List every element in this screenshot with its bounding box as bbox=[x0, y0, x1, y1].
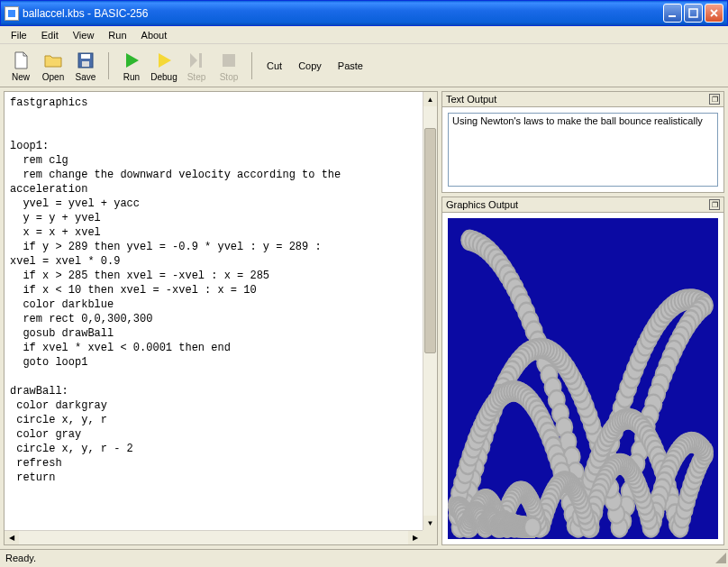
dock-button-icon[interactable]: ❐ bbox=[709, 94, 720, 105]
menu-edit[interactable]: Edit bbox=[34, 28, 66, 42]
file-new-icon bbox=[11, 50, 31, 70]
status-text: Ready. bbox=[5, 553, 36, 563]
scroll-up-arrow-icon[interactable]: ▲ bbox=[423, 92, 437, 106]
open-label: Open bbox=[42, 72, 64, 82]
step-button[interactable]: Step bbox=[181, 46, 212, 86]
titlebar: ballaccel.kbs - BASIC-256 bbox=[0, 0, 728, 26]
scroll-right-arrow-icon[interactable]: ▶ bbox=[408, 531, 423, 544]
cut-button[interactable]: Cut bbox=[259, 57, 289, 75]
step-icon bbox=[187, 50, 206, 70]
svg-rect-6 bbox=[199, 53, 202, 68]
resize-grip-icon[interactable] bbox=[715, 553, 726, 563]
toolbar-separator bbox=[251, 52, 252, 79]
save-button[interactable]: Save bbox=[70, 46, 101, 86]
play-icon bbox=[122, 50, 141, 70]
text-output-title: Text Output bbox=[446, 94, 496, 105]
open-button[interactable]: Open bbox=[38, 46, 68, 86]
menu-run[interactable]: Run bbox=[101, 28, 133, 42]
graphics-output-title: Graphics Output bbox=[446, 199, 518, 210]
new-button[interactable]: New bbox=[5, 46, 36, 86]
run-label: Run bbox=[123, 72, 140, 82]
scroll-down-arrow-icon[interactable]: ▼ bbox=[423, 516, 437, 530]
scroll-thumb[interactable] bbox=[424, 128, 436, 353]
floppy-save-icon bbox=[76, 50, 96, 70]
step-label: Step bbox=[187, 72, 206, 82]
app-icon bbox=[5, 6, 19, 21]
text-output-panel: Text Output ❐ Using Newton's laws to mak… bbox=[441, 91, 724, 193]
debug-button[interactable]: Debug bbox=[149, 46, 179, 86]
graphics-output-titlebar: Graphics Output ❐ bbox=[441, 197, 724, 212]
svg-rect-5 bbox=[82, 61, 89, 67]
svg-rect-4 bbox=[81, 54, 90, 59]
svg-rect-7 bbox=[223, 54, 235, 67]
svg-rect-2 bbox=[689, 9, 697, 17]
maximize-button[interactable] bbox=[684, 4, 703, 23]
new-label: New bbox=[12, 72, 30, 82]
menu-file[interactable]: File bbox=[4, 28, 34, 42]
copy-button[interactable]: Copy bbox=[291, 57, 329, 75]
main-area: fastgraphics loop1: rem clg rem change t… bbox=[0, 87, 728, 549]
right-column: Text Output ❐ Using Newton's laws to mak… bbox=[441, 91, 724, 545]
dock-button-icon[interactable]: ❐ bbox=[709, 199, 720, 210]
svg-rect-0 bbox=[8, 10, 15, 17]
code-editor[interactable]: fastgraphics loop1: rem clg rem change t… bbox=[5, 92, 437, 544]
statusbar: Ready. bbox=[0, 549, 728, 565]
run-button[interactable]: Run bbox=[116, 46, 147, 86]
vertical-scrollbar[interactable]: ▲ ▼ bbox=[423, 92, 437, 530]
stop-button[interactable]: Stop bbox=[214, 46, 244, 86]
folder-open-icon bbox=[43, 50, 63, 70]
close-button[interactable] bbox=[705, 4, 723, 23]
code-editor-panel: fastgraphics loop1: rem clg rem change t… bbox=[4, 91, 438, 545]
horizontal-scrollbar[interactable]: ◀ ▶ bbox=[5, 530, 423, 544]
window-title: ballaccel.kbs - BASIC-256 bbox=[23, 7, 663, 20]
graphics-canvas bbox=[448, 218, 718, 539]
window-buttons bbox=[663, 4, 723, 23]
stop-label: Stop bbox=[220, 72, 239, 82]
minimize-button[interactable] bbox=[663, 4, 682, 23]
text-output-titlebar: Text Output ❐ bbox=[441, 91, 724, 106]
paste-button[interactable]: Paste bbox=[331, 57, 370, 75]
scroll-corner bbox=[423, 530, 437, 544]
scroll-left-arrow-icon[interactable]: ◀ bbox=[5, 531, 19, 544]
toolbar: New Open Save Run Debug Step Stop bbox=[0, 44, 728, 87]
menu-view[interactable]: View bbox=[66, 28, 102, 42]
toolbar-separator bbox=[108, 52, 109, 79]
menu-about[interactable]: About bbox=[134, 28, 175, 42]
svg-point-988 bbox=[525, 518, 540, 535]
graphics-output-box bbox=[441, 212, 724, 545]
graphics-output-panel: Graphics Output ❐ bbox=[441, 197, 724, 545]
text-output-content[interactable]: Using Newton's laws to make the ball bou… bbox=[448, 113, 718, 187]
save-label: Save bbox=[76, 72, 96, 82]
svg-rect-1 bbox=[669, 15, 676, 17]
stop-icon bbox=[219, 50, 239, 70]
debug-label: Debug bbox=[150, 72, 177, 82]
menubar: File Edit View Run About bbox=[0, 26, 728, 44]
debug-play-icon bbox=[154, 50, 174, 70]
text-output-box: Using Newton's laws to make the ball bou… bbox=[441, 106, 724, 193]
